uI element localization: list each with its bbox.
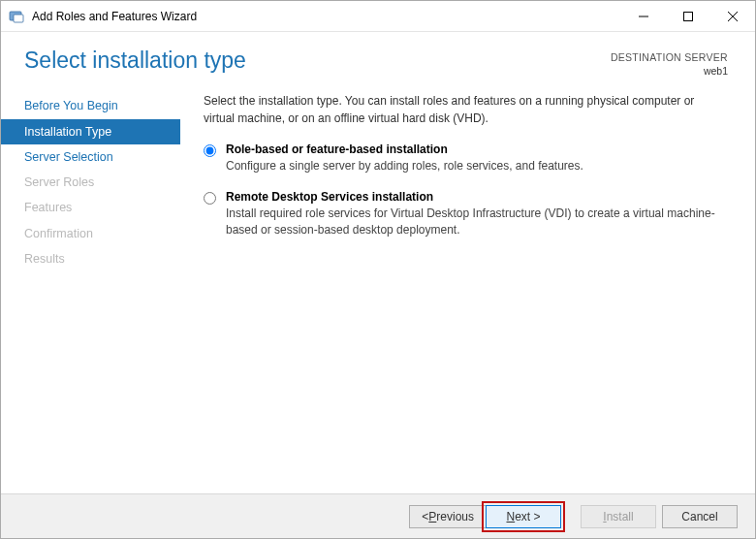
page-title: Select installation type: [24, 48, 611, 74]
sidebar-item-server-selection[interactable]: Server Selection: [1, 144, 180, 170]
option-description: Configure a single server by adding role…: [226, 158, 583, 174]
option-remote-desktop[interactable]: Remote Desktop Services installation Ins…: [204, 190, 728, 238]
option-title: Remote Desktop Services installation: [226, 190, 728, 204]
intro-text: Select the installation type. You can in…: [204, 93, 728, 127]
page-header: Select installation type DESTINATION SER…: [1, 32, 755, 85]
sidebar-item-confirmation: Confirmation: [1, 221, 180, 246]
sidebar-item-installation-type[interactable]: Installation Type: [1, 119, 180, 144]
next-button[interactable]: Next >: [486, 505, 561, 528]
svg-rect-3: [684, 12, 693, 20]
titlebar: Add Roles and Features Wizard: [1, 1, 755, 32]
maximize-button[interactable]: [666, 1, 710, 31]
sidebar-item-results: Results: [1, 246, 180, 271]
option-description: Install required role services for Virtu…: [226, 206, 728, 238]
destination-name: web1: [611, 65, 728, 79]
content: Select the installation type. You can in…: [180, 85, 755, 493]
close-button[interactable]: [710, 1, 755, 31]
cancel-button[interactable]: Cancel: [662, 505, 738, 528]
destination-label: DESTINATION SERVER: [611, 51, 728, 65]
minimize-button[interactable]: [621, 1, 666, 31]
sidebar-item-before-you-begin[interactable]: Before You Begin: [1, 93, 180, 118]
nav-button-group: < Previous Next >: [409, 505, 561, 528]
window-title: Add Roles and Features Wizard: [32, 10, 621, 23]
option-role-based[interactable]: Role-based or feature-based installation…: [204, 143, 728, 174]
body: Before You Begin Installation Type Serve…: [1, 85, 755, 493]
destination-block: DESTINATION SERVER web1: [611, 48, 728, 78]
window-controls: [621, 1, 755, 31]
radio-remote-desktop[interactable]: [204, 192, 216, 205]
previous-button[interactable]: < Previous: [409, 505, 486, 528]
footer: < Previous Next > Install Cancel: [1, 493, 755, 538]
svg-rect-1: [14, 15, 23, 22]
sidebar: Before You Begin Installation Type Serve…: [1, 85, 180, 493]
sidebar-item-features: Features: [1, 195, 180, 220]
app-icon: [9, 9, 24, 24]
option-title: Role-based or feature-based installation: [226, 143, 583, 156]
sidebar-item-server-roles: Server Roles: [1, 170, 180, 195]
radio-role-based[interactable]: [204, 144, 216, 157]
install-button: Install: [581, 505, 656, 528]
